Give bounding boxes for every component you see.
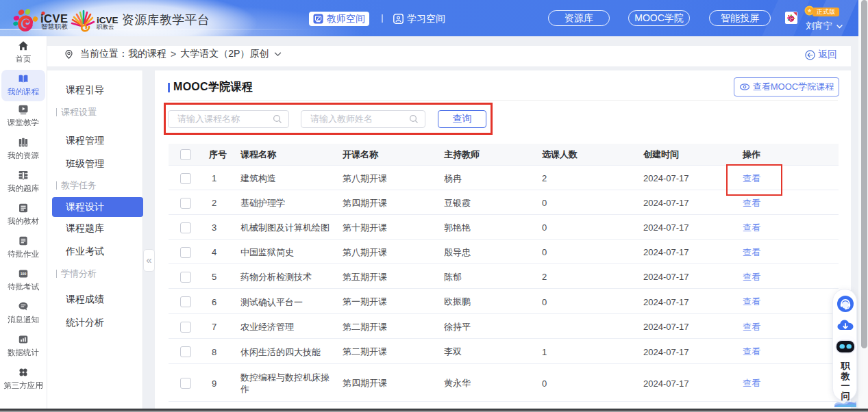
svg-text:100: 100 bbox=[21, 272, 27, 276]
svg-text:智慧职教: 智慧职教 bbox=[41, 23, 68, 30]
svg-text:职教云: 职教云 bbox=[96, 23, 114, 30]
